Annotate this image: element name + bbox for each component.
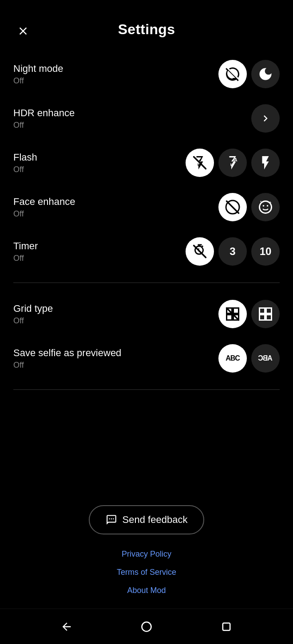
flash-off-button[interactable]	[186, 149, 214, 177]
timer-off-button[interactable]	[186, 237, 214, 266]
recents-button[interactable]	[215, 616, 238, 638]
bottom-section: Send feedback Privacy Policy Terms of Se…	[0, 395, 293, 609]
save-selfie-normal-button[interactable]: ABC	[218, 344, 247, 373]
send-feedback-label: Send feedback	[123, 514, 188, 526]
night-mode-label: Night mode	[13, 63, 63, 75]
send-feedback-button[interactable]: Send feedback	[89, 505, 205, 534]
svg-point-6	[267, 205, 269, 207]
settings-header: Settings	[0, 0, 293, 48]
face-enhance-value: Off	[13, 209, 75, 219]
night-mode-value: Off	[13, 76, 63, 86]
face-enhance-label: Face enhance	[13, 196, 75, 208]
timer-3s-button[interactable]: 3	[218, 237, 247, 266]
save-selfie-label: Save selfie as previewed	[13, 347, 121, 360]
night-mode-item: Night mode Off	[0, 52, 293, 96]
timer-value: Off	[13, 254, 38, 263]
settings-section-2: Grid type Off	[0, 288, 293, 384]
privacy-policy-link[interactable]: Privacy Policy	[122, 545, 171, 563]
timer-item: Timer Off 3 10	[0, 229, 293, 274]
face-enhance-on-button[interactable]	[251, 193, 280, 221]
page-title: Settings	[118, 21, 175, 38]
grid-type-controls	[218, 300, 280, 328]
divider-2	[13, 389, 280, 390]
timer-10s-button[interactable]: 10	[251, 237, 280, 266]
grid-type-value: Off	[13, 316, 53, 326]
svg-point-4	[260, 201, 272, 213]
night-mode-off-button[interactable]	[218, 60, 247, 88]
face-enhance-off-button[interactable]	[218, 193, 247, 221]
svg-point-9	[142, 622, 151, 631]
svg-line-3	[227, 201, 239, 213]
back-button[interactable]	[55, 616, 78, 638]
terms-of-service-link[interactable]: Terms of Service	[117, 563, 176, 581]
night-mode-controls	[218, 60, 280, 88]
hdr-enhance-value: Off	[13, 121, 75, 130]
about-link[interactable]: About Mod	[127, 581, 166, 600]
timer-controls: 3 10	[186, 237, 280, 266]
flash-value: Off	[13, 165, 37, 174]
nav-bar	[0, 609, 293, 644]
svg-point-5	[263, 205, 265, 207]
save-selfie-item: Save selfie as previewed Off ABC ABC	[0, 336, 293, 381]
grid-off-button[interactable]	[218, 300, 247, 328]
flash-controls: A	[186, 149, 280, 177]
face-enhance-controls	[218, 193, 280, 221]
home-button[interactable]	[135, 616, 158, 638]
grid-on-button[interactable]	[251, 300, 280, 328]
svg-text:A: A	[234, 157, 238, 162]
settings-section-1: Night mode Off H	[0, 48, 293, 277]
flash-on-button[interactable]	[251, 149, 280, 177]
night-mode-on-button[interactable]	[251, 60, 280, 88]
hdr-enhance-controls	[251, 104, 280, 133]
timer-label: Timer	[13, 240, 38, 253]
svg-rect-10	[223, 623, 230, 630]
grid-type-label: Grid type	[13, 302, 53, 315]
flash-item: Flash Off A	[0, 141, 293, 185]
save-selfie-value: Off	[13, 361, 121, 370]
hdr-enhance-item: HDR enhance Off	[0, 96, 293, 141]
hdr-enhance-label: HDR enhance	[13, 107, 75, 120]
grid-type-item: Grid type Off	[0, 292, 293, 336]
close-button[interactable]	[13, 21, 33, 41]
flash-auto-button[interactable]: A	[218, 149, 247, 177]
save-selfie-mirrored-button[interactable]: ABC	[251, 344, 280, 373]
face-enhance-item: Face enhance Off	[0, 185, 293, 229]
flash-label: Flash	[13, 151, 37, 164]
hdr-enhance-arrow-button[interactable]	[251, 104, 280, 133]
save-selfie-controls: ABC ABC	[218, 344, 280, 373]
divider-1	[13, 283, 280, 283]
